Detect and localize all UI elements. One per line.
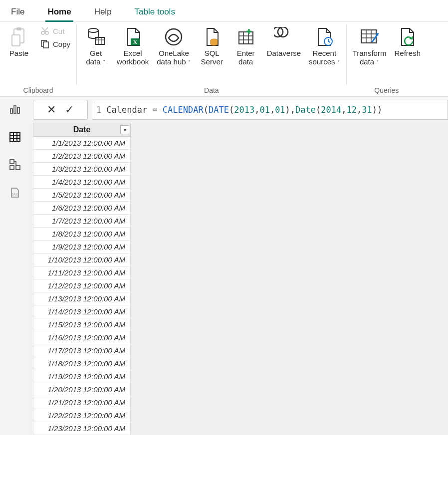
cell-date[interactable]: 1/19/2013 12:00:00 AM xyxy=(33,370,131,383)
formula-bar: ✕ ✓ 1Calendar = CALENDAR(DATE(2013,01,01… xyxy=(30,97,448,123)
cell-date[interactable]: 1/10/2013 12:00:00 AM xyxy=(33,253,131,266)
cell-date[interactable]: 1/13/2013 12:00:00 AM xyxy=(33,292,131,305)
table-row[interactable]: 1/14/2013 12:00:00 AM xyxy=(33,305,131,318)
cell-date[interactable]: 1/9/2013 12:00:00 AM xyxy=(33,241,131,253)
svg-rect-19 xyxy=(10,132,20,141)
table-row[interactable]: 1/11/2013 12:00:00 AM xyxy=(33,266,131,279)
table-row[interactable]: 1/22/2013 12:00:00 AM xyxy=(33,409,131,422)
svg-rect-20 xyxy=(10,160,14,164)
database-icon xyxy=(85,26,107,48)
table-row[interactable]: 1/20/2013 12:00:00 AM xyxy=(33,383,131,396)
svg-point-7 xyxy=(88,28,98,32)
cell-date[interactable]: 1/14/2013 12:00:00 AM xyxy=(33,305,131,318)
table-row[interactable]: 1/8/2013 12:00:00 AM xyxy=(33,228,131,241)
table-row[interactable]: 1/10/2013 12:00:00 AM xyxy=(33,253,131,266)
onelake-button[interactable]: OneLake data hub ˅ xyxy=(155,24,193,66)
table-row[interactable]: 1/19/2013 12:00:00 AM xyxy=(33,370,131,383)
refresh-button[interactable]: Refresh xyxy=(392,24,423,57)
group-data: Get data ˅ X Excel workbook OneLake data… xyxy=(77,22,346,96)
table-row[interactable]: 1/9/2013 12:00:00 AM xyxy=(33,241,131,253)
table-row[interactable]: 1/15/2013 12:00:00 AM xyxy=(33,318,131,331)
dataverse-button[interactable]: Dataverse xyxy=(265,24,303,57)
cell-date[interactable]: 1/20/2013 12:00:00 AM xyxy=(33,383,131,396)
cell-date[interactable]: 1/18/2013 12:00:00 AM xyxy=(33,357,131,370)
table-row[interactable]: 1/12/2013 12:00:00 AM xyxy=(33,279,131,292)
chevron-down-icon: ˅ xyxy=(375,59,379,65)
table-row[interactable]: 1/7/2013 12:00:00 AM xyxy=(33,215,131,228)
svg-rect-13 xyxy=(239,32,253,44)
excel-workbook-button[interactable]: X Excel workbook xyxy=(115,24,151,66)
cell-date[interactable]: 1/8/2013 12:00:00 AM xyxy=(33,228,131,241)
table-row[interactable]: 1/17/2013 12:00:00 AM xyxy=(33,344,131,357)
cut-button: Cut xyxy=(38,25,72,37)
table-row[interactable]: 1/4/2013 12:00:00 AM xyxy=(33,176,131,189)
recent-sources-button[interactable]: Recent sources ˅ xyxy=(307,24,342,66)
refresh-icon xyxy=(397,26,419,48)
svg-rect-1 xyxy=(16,27,21,30)
enter-label: Enter data xyxy=(237,49,255,66)
table-area: Date ▾ 1/1/2013 12:00:00 AM1/2/2013 12:0… xyxy=(30,123,448,435)
table-row[interactable]: 1/16/2013 12:00:00 AM xyxy=(33,331,131,344)
table-row[interactable]: 1/3/2013 12:00:00 AM xyxy=(33,163,131,176)
dax-view-button[interactable]: DAX xyxy=(8,186,22,200)
commit-formula-button[interactable]: ✓ xyxy=(65,103,74,116)
table-row[interactable]: 1/18/2013 12:00:00 AM xyxy=(33,357,131,370)
cell-date[interactable]: 1/3/2013 12:00:00 AM xyxy=(33,163,131,176)
cell-date[interactable]: 1/4/2013 12:00:00 AM xyxy=(33,176,131,189)
cell-date[interactable]: 1/2/2013 12:00:00 AM xyxy=(33,150,131,163)
cell-date[interactable]: 1/5/2013 12:00:00 AM xyxy=(33,189,131,202)
get-data-label: Get data xyxy=(86,49,102,66)
svg-rect-6 xyxy=(43,42,48,48)
data-view-button[interactable] xyxy=(8,130,22,144)
tab-tabletools[interactable]: Table tools xyxy=(134,3,176,21)
cell-date[interactable]: 1/15/2013 12:00:00 AM xyxy=(33,318,131,331)
transform-data-button[interactable]: Transform data ˅ xyxy=(351,24,389,66)
sql-server-button[interactable]: SQL Server xyxy=(197,24,227,66)
cell-date[interactable]: 1/1/2013 12:00:00 AM xyxy=(33,137,131,150)
column-header-date[interactable]: Date ▾ xyxy=(33,123,131,137)
cell-date[interactable]: 1/7/2013 12:00:00 AM xyxy=(33,215,131,228)
formula-input[interactable]: 1Calendar = CALENDAR(DATE(2013,01,01),Da… xyxy=(92,100,448,120)
copy-button[interactable]: Copy xyxy=(38,38,72,50)
table-row[interactable]: 1/21/2013 12:00:00 AM xyxy=(33,396,131,409)
report-view-button[interactable] xyxy=(8,102,22,116)
cell-date[interactable]: 1/6/2013 12:00:00 AM xyxy=(33,202,131,215)
column-header-label: Date xyxy=(73,125,91,134)
table-row[interactable]: 1/6/2013 12:00:00 AM xyxy=(33,202,131,215)
recent-icon xyxy=(313,26,335,48)
tab-file[interactable]: File xyxy=(10,3,25,21)
tab-home[interactable]: Home xyxy=(46,3,72,21)
svg-text:X: X xyxy=(133,39,137,45)
excel-icon: X xyxy=(122,26,144,48)
recent-label: Recent sources xyxy=(309,49,336,66)
table-row[interactable]: 1/5/2013 12:00:00 AM xyxy=(33,189,131,202)
cell-date[interactable]: 1/12/2013 12:00:00 AM xyxy=(33,279,131,292)
get-data-button[interactable]: Get data ˅ xyxy=(81,24,111,66)
cell-date[interactable]: 1/22/2013 12:00:00 AM xyxy=(33,409,131,422)
cell-date[interactable]: 1/23/2013 12:00:00 AM xyxy=(33,422,131,435)
tab-help[interactable]: Help xyxy=(93,3,113,21)
svg-rect-8 xyxy=(95,37,104,44)
svg-rect-15 xyxy=(361,30,376,43)
cancel-formula-button[interactable]: ✕ xyxy=(47,103,56,116)
cell-date[interactable]: 1/17/2013 12:00:00 AM xyxy=(33,344,131,357)
paste-button: Paste xyxy=(4,24,34,57)
column-filter-button[interactable]: ▾ xyxy=(120,125,129,134)
enter-data-button[interactable]: Enter data xyxy=(231,24,261,66)
table-row[interactable]: 1/1/2013 12:00:00 AM xyxy=(33,137,131,150)
group-queries: Transform data ˅ Refresh Queries xyxy=(347,22,427,96)
table-row[interactable]: 1/23/2013 12:00:00 AM xyxy=(33,422,131,435)
group-label-data: Data xyxy=(81,85,342,95)
onelake-label: OneLake data hub xyxy=(157,49,189,66)
view-rail: DAX xyxy=(0,97,30,435)
sql-label: SQL Server xyxy=(201,49,223,66)
dataverse-icon xyxy=(273,26,295,48)
enter-data-icon xyxy=(235,26,257,48)
transform-icon xyxy=(359,26,381,48)
table-row[interactable]: 1/2/2013 12:00:00 AM xyxy=(33,150,131,163)
table-row[interactable]: 1/13/2013 12:00:00 AM xyxy=(33,292,131,305)
cell-date[interactable]: 1/16/2013 12:00:00 AM xyxy=(33,331,131,344)
cell-date[interactable]: 1/11/2013 12:00:00 AM xyxy=(33,266,131,279)
model-view-button[interactable] xyxy=(8,158,22,172)
cell-date[interactable]: 1/21/2013 12:00:00 AM xyxy=(33,396,131,409)
